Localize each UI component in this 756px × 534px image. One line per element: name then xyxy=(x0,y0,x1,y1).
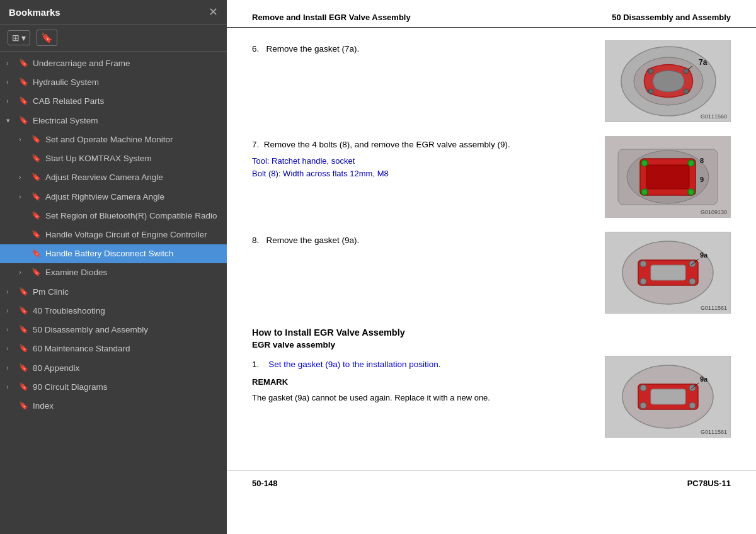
remark-text: The gasket (9a) cannot be used again. Re… xyxy=(252,392,592,404)
sidebar-item-undercarriage[interactable]: ›🔖Undercarriage and Frame xyxy=(0,54,227,73)
step-8-row: 8. Remove the gasket (9a). 9a xyxy=(252,232,731,314)
expand-arrow-disassembly[interactable]: › xyxy=(6,324,16,334)
bookmark-icon-rightview: 🔖 xyxy=(32,191,42,202)
sidebar-label-disassembly: 50 Disassembly and Assembly xyxy=(33,324,220,336)
sidebar-item-hydraulic[interactable]: ›🔖Hydraulic System xyxy=(0,73,227,92)
step-7-svg: 8 9 xyxy=(605,137,730,217)
install-step-1-num: 1. xyxy=(252,360,259,369)
svg-rect-23 xyxy=(651,265,685,280)
sidebar: Bookmarks ✕ ⊞ ▾ 🔖 ›🔖Undercarriage and Fr… xyxy=(0,0,227,534)
sidebar-item-voltage[interactable]: 🔖Handle Voltage Circuit of Engine Contro… xyxy=(0,225,227,244)
svg-point-24 xyxy=(640,261,646,267)
doc-header: Remove and Install EGR Valve Assembly 50… xyxy=(227,0,756,28)
install-step-1-row: 1. Set the gasket (9a) to the installati… xyxy=(252,356,731,438)
expand-arrow-troubleshooting[interactable]: › xyxy=(6,305,16,315)
doc-header-right: 50 Disassembly and Assembly xyxy=(612,13,731,22)
sidebar-title: Bookmarks xyxy=(9,7,60,18)
expand-arrow-hydraulic[interactable]: › xyxy=(6,77,16,87)
footer-left: 50-148 xyxy=(252,479,277,488)
sidebar-label-index: Index xyxy=(33,401,220,412)
svg-point-5 xyxy=(648,69,653,74)
grid-icon: ⊞ xyxy=(12,33,20,43)
sidebar-item-troubleshooting[interactable]: ›🔖40 Troubleshooting xyxy=(0,302,227,321)
step-8-num: 8. xyxy=(252,236,264,245)
sidebar-label-diodes: Examine Diodes xyxy=(45,267,220,278)
sidebar-item-rearview[interactable]: ›🔖Adjust Rearview Camera Angle xyxy=(0,168,227,187)
sidebar-label-bluetooth: Set Region of Bluetooth(R) Compatible Ra… xyxy=(45,210,220,222)
sidebar-label-rightview: Adjust Rightview Camera Angle xyxy=(45,191,220,203)
step-8-svg: 9a xyxy=(605,232,730,313)
sidebar-label-electrical: Electrical System xyxy=(33,115,220,127)
svg-point-14 xyxy=(641,160,648,166)
sidebar-item-circuit[interactable]: ›🔖90 Circuit Diagrams xyxy=(0,378,227,397)
step-6-text: 6. Remove the gasket (7a). xyxy=(252,40,592,55)
sidebar-item-disassembly[interactable]: ›🔖50 Disassembly and Assembly xyxy=(0,321,227,339)
doc-footer: 50-148 PC78US-11 xyxy=(227,470,756,496)
sidebar-item-pm-clinic[interactable]: ›🔖Pm Clinic xyxy=(0,283,227,302)
sidebar-label-pm-clinic: Pm Clinic xyxy=(33,287,220,298)
step-8-image: 9a G0111561 xyxy=(605,232,731,314)
dropdown-arrow-icon: ▾ xyxy=(21,33,26,43)
expand-arrow-rightview[interactable]: › xyxy=(19,191,29,202)
sidebar-item-diodes[interactable]: ›🔖Examine Diodes xyxy=(0,263,227,282)
expand-arrow-undercarriage[interactable]: › xyxy=(6,58,16,68)
step-6-desc: Remove the gasket (7a). xyxy=(266,44,360,54)
step-7-tool-info: Tool: Ratchet handle, socket Bolt (8): W… xyxy=(252,155,592,179)
sidebar-item-appendix[interactable]: ›🔖80 Appendix xyxy=(0,359,227,378)
expand-arrow-electrical[interactable]: ▾ xyxy=(6,115,16,125)
step-8-desc: Remove the gasket (9a). xyxy=(266,236,360,245)
step-7-row: 7. Remove the 4 bolts (8), and remove th… xyxy=(252,136,731,218)
bookmark-icon-troubleshooting: 🔖 xyxy=(19,305,29,315)
install-image-code: G0111561 xyxy=(701,429,727,435)
bookmark-icon-pm-clinic: 🔖 xyxy=(19,287,29,297)
bookmark-button[interactable]: 🔖 xyxy=(37,30,57,46)
svg-text:9a: 9a xyxy=(700,251,708,259)
step-7-text: 7. Remove the 4 bolts (8), and remove th… xyxy=(252,136,592,179)
expand-arrow-cab[interactable]: › xyxy=(6,96,16,106)
sidebar-item-battery[interactable]: 🔖Handle Battery Disconnect Switch xyxy=(0,244,227,263)
sidebar-item-komtrax[interactable]: 🔖Start Up KOMTRAX System xyxy=(0,149,227,168)
view-toggle-button[interactable]: ⊞ ▾ xyxy=(8,30,30,45)
sidebar-item-rightview[interactable]: ›🔖Adjust Rightview Camera Angle xyxy=(0,188,227,207)
sidebar-label-circuit: 90 Circuit Diagrams xyxy=(33,382,220,393)
install-step-1-desc: Set the gasket (9a) to the installation … xyxy=(268,360,440,369)
sidebar-label-komtrax: Start Up KOMTRAX System xyxy=(45,153,220,164)
sidebar-item-machine-monitor[interactable]: ›🔖Set and Operate Machine Monitor xyxy=(0,130,227,149)
sidebar-label-hydraulic: Hydraulic System xyxy=(33,77,220,88)
expand-arrow-machine-monitor[interactable]: › xyxy=(19,134,29,144)
expand-arrow-pm-clinic[interactable]: › xyxy=(6,287,16,297)
svg-text:7a: 7a xyxy=(699,58,707,67)
close-button[interactable]: ✕ xyxy=(209,6,218,18)
svg-point-7 xyxy=(648,89,653,94)
sidebar-item-electrical[interactable]: ▾🔖Electrical System xyxy=(0,111,227,130)
sidebar-item-maintenance[interactable]: ›🔖60 Maintenance Standard xyxy=(0,339,227,358)
svg-point-34 xyxy=(640,385,646,391)
sidebar-label-battery: Handle Battery Disconnect Switch xyxy=(45,248,220,259)
svg-point-37 xyxy=(689,402,696,409)
svg-text:8: 8 xyxy=(700,157,704,164)
sidebar-label-voltage: Handle Voltage Circuit of Engine Control… xyxy=(45,229,220,241)
install-svg: 9a xyxy=(605,356,730,437)
expand-arrow-circuit[interactable]: › xyxy=(6,382,16,392)
sidebar-toolbar: ⊞ ▾ 🔖 xyxy=(0,25,227,52)
svg-point-27 xyxy=(689,278,696,285)
sidebar-tree[interactable]: ›🔖Undercarriage and Frame›🔖Hydraulic Sys… xyxy=(0,52,227,534)
bookmark-icon-electrical: 🔖 xyxy=(19,115,29,125)
expand-arrow-rearview[interactable]: › xyxy=(19,172,29,182)
expand-arrow-appendix[interactable]: › xyxy=(6,363,16,373)
main-content: Remove and Install EGR Valve Assembly 50… xyxy=(227,0,756,534)
sidebar-item-bluetooth[interactable]: 🔖Set Region of Bluetooth(R) Compatible R… xyxy=(0,207,227,225)
sidebar-item-index[interactable]: 🔖Index xyxy=(0,397,227,416)
step-7-image: 8 9 G0109130 xyxy=(605,136,731,218)
svg-point-8 xyxy=(684,89,689,94)
step-6-image: 7a G0111560 xyxy=(605,40,731,122)
sidebar-item-cab[interactable]: ›🔖CAB Related Parts xyxy=(0,92,227,111)
bookmark-icon-circuit: 🔖 xyxy=(19,382,29,392)
bookmark-icon-maintenance: 🔖 xyxy=(19,343,29,353)
expand-arrow-maintenance[interactable]: › xyxy=(6,343,16,353)
step-7-desc: Remove the 4 bolts (8), and remove the E… xyxy=(264,140,510,149)
step-6-svg: 7a xyxy=(605,41,730,122)
doc-header-left: Remove and Install EGR Valve Assembly xyxy=(252,13,411,22)
step-7-image-code: G0109130 xyxy=(701,209,727,215)
expand-arrow-diodes[interactable]: › xyxy=(19,267,29,277)
